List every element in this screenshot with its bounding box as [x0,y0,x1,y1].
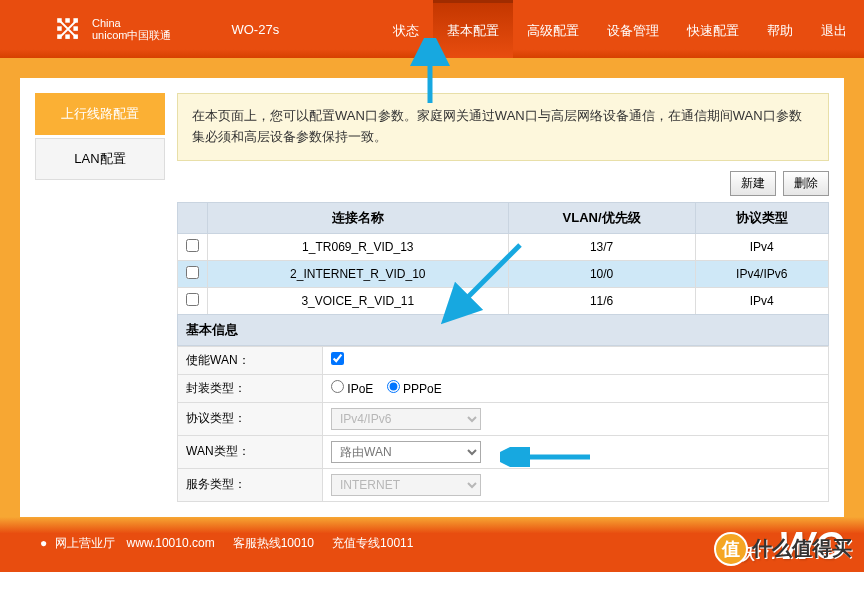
nav-item-5[interactable]: 帮助 [753,0,807,58]
watermark-circle-icon: 值 [714,532,748,566]
brand-line1: China [92,17,171,29]
service-select: INTERNET [331,474,481,496]
content-wrap: 上行线路配置LAN配置 在本页面上，您可以配置WAN口参数。家庭网关通过WAN口… [0,58,864,517]
conn-proto: IPv4/IPv6 [695,260,829,287]
nav-item-3[interactable]: 设备管理 [593,0,673,58]
encap-ipoe[interactable]: IPoE [331,382,373,396]
footer-url[interactable]: www.10010.com [127,536,215,550]
enable-wan-checkbox[interactable] [331,352,344,365]
main-nav: 状态基本配置高级配置设备管理快速配置帮助退出 [379,0,861,58]
nav-item-6[interactable]: 退出 [807,0,861,58]
main-panel: 在本页面上，您可以配置WAN口参数。家庭网关通过WAN口与高层网络设备通信，在通… [177,93,829,502]
sidebar-item-1[interactable]: LAN配置 [35,138,165,180]
bullet-icon: ● [40,536,47,550]
unicom-icon [50,11,86,47]
brand-logo: China unicom中国联通 [50,11,171,47]
conn-proto: IPv4 [695,233,829,260]
wan-type-label: WAN类型： [178,435,323,468]
conn-name: 3_VOICE_R_VID_11 [208,287,509,314]
proto-label: 协议类型： [178,402,323,435]
nav-item-4[interactable]: 快速配置 [673,0,753,58]
table-header: VLAN/优先级 [508,202,695,233]
encap-cell: IPoE PPPoE [323,374,829,402]
watermark-text: 什么值得买 [752,535,852,562]
row-checkbox[interactable] [186,293,199,306]
footer-link1[interactable]: 网上营业厅 [55,536,115,550]
conn-name: 1_TR069_R_VID_13 [208,233,509,260]
svg-rect-3 [57,26,62,31]
table-row[interactable]: 3_VOICE_R_VID_1111/6IPv4 [178,287,829,314]
sidebar-item-0[interactable]: 上行线路配置 [35,93,165,135]
nav-item-0[interactable]: 状态 [379,0,433,58]
delete-button[interactable]: 删除 [783,171,829,196]
enable-wan-label: 使能WAN： [178,346,323,374]
row-checkbox[interactable] [186,266,199,279]
info-banner: 在本页面上，您可以配置WAN口参数。家庭网关通过WAN口与高层网络设备通信，在通… [177,93,829,161]
form-table: 使能WAN： 封装类型： IPoE PPPoE 协议类型： IPv4/IPv6 … [177,346,829,502]
conn-name: 2_INTERNET_R_VID_10 [208,260,509,287]
sidebar: 上行线路配置LAN配置 [35,93,165,502]
svg-rect-6 [65,34,70,39]
svg-rect-4 [73,26,78,31]
table-header: 协议类型 [695,202,829,233]
section-title: 基本信息 [177,314,829,346]
brand-line2: unicom中国联通 [92,29,171,41]
table-row[interactable]: 2_INTERNET_R_VID_1010/0IPv4/IPv6 [178,260,829,287]
new-button[interactable]: 新建 [730,171,776,196]
top-header: China unicom中国联通 WO-27s 状态基本配置高级配置设备管理快速… [0,0,864,58]
conn-vlan: 13/7 [508,233,695,260]
wan-type-select[interactable]: 路由WAN [331,441,481,463]
proto-select: IPv4/IPv6 [331,408,481,430]
service-label: 服务类型： [178,468,323,501]
footer: ●网上营业厅 www.10010.com 客服热线10010 充值专线10011… [0,517,864,572]
action-row: 新建 删除 [177,171,829,196]
encap-pppoe[interactable]: PPPoE [387,382,442,396]
conn-vlan: 10/0 [508,260,695,287]
table-header: 连接名称 [208,202,509,233]
footer-recharge: 充值专线10011 [332,536,413,550]
svg-rect-1 [65,18,70,23]
model-label: WO-27s [231,22,279,37]
table-row[interactable]: 1_TR069_R_VID_1313/7IPv4 [178,233,829,260]
conn-proto: IPv4 [695,287,829,314]
encap-label: 封装类型： [178,374,323,402]
watermark: 值 什么值得买 [714,532,852,566]
nav-item-1[interactable]: 基本配置 [433,0,513,58]
connection-table: 连接名称VLAN/优先级协议类型 1_TR069_R_VID_1313/7IPv… [177,202,829,315]
conn-vlan: 11/6 [508,287,695,314]
footer-links: ●网上营业厅 www.10010.com 客服热线10010 充值专线10011 [40,535,824,552]
content-area: 上行线路配置LAN配置 在本页面上，您可以配置WAN口参数。家庭网关通过WAN口… [20,78,844,517]
row-checkbox[interactable] [186,239,199,252]
footer-hotline: 客服热线10010 [233,536,314,550]
nav-item-2[interactable]: 高级配置 [513,0,593,58]
